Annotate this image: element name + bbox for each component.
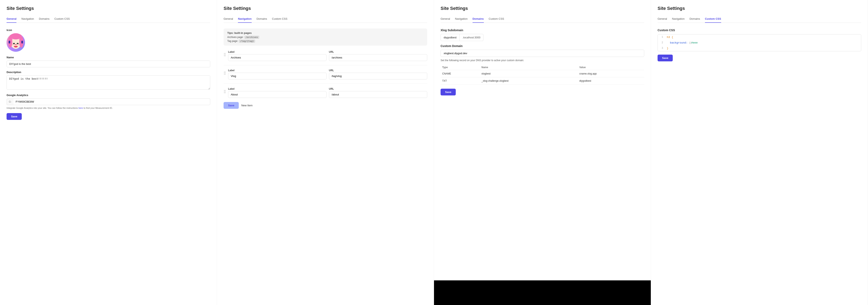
custom-domain-input[interactable] [440,50,644,57]
label-col-3: Label [228,87,327,90]
drag-handle-1[interactable]: ⣿ [223,51,226,56]
line-content-2: background: #eee [665,40,861,45]
custom-css-title: Site Settings [657,6,861,11]
drag-handle-2[interactable]: ⣿ [223,69,226,75]
line-num-1: 1 [658,35,665,39]
tab-general-dom[interactable]: General [440,16,450,23]
drag-handle-3[interactable]: ⣿ [223,87,226,93]
navigation-title: Site Settings [223,6,427,11]
general-title: Site Settings [6,6,210,11]
tab-navigation-dom[interactable]: Navigation [455,16,467,23]
domains-title: Site Settings [440,6,644,11]
tips-title: Tips: built-in pages [227,31,424,34]
description-field-label: Description [6,71,210,74]
tab-domains[interactable]: Domains [39,16,50,23]
ga-prefix: G- [6,98,13,105]
line-content-3: } [665,46,861,51]
dns-col-type: Type [440,65,480,70]
label-col-2: Label [228,69,327,72]
archives-tip-tag: /archives [244,36,259,39]
label-col-1: Label [228,51,327,53]
svg-point-7 [13,43,15,44]
new-item-button[interactable]: New Item [241,102,252,109]
tab-custom-css-nav[interactable]: Custom CSS [272,16,287,23]
tab-general-nav[interactable]: General [223,16,233,23]
navigation-btn-row: Save New Item [223,102,427,109]
dns-name-2: _xlog-challenge.xlogbest [480,78,578,85]
nav-item-3: ⣿ Label URL [223,87,427,98]
dns-record-1: CNAME xlogbest cname.xlog.app [440,70,644,78]
svg-rect-10 [14,45,18,46]
line-num-2: 2 [658,40,665,45]
css-code-editor[interactable]: 1 h3 { 2 background: #eee 3 } [657,34,861,51]
ga-field-label: Google Analytics [6,94,210,97]
url-col-2: URL [329,69,428,72]
css-save-button[interactable]: Save [657,55,673,61]
tab-general-css[interactable]: General [657,16,667,23]
dns-type-2: TXT [440,78,480,85]
svg-point-11 [11,44,14,45]
ga-input[interactable] [13,98,210,105]
tab-custom-css-css[interactable]: Custom CSS [705,16,721,23]
dns-type-1: CNAME [440,70,480,78]
tab-domains-dom[interactable]: Domains [472,16,484,23]
svg-rect-13 [9,41,10,43]
dns-col-value: Value [578,65,644,70]
dns-table: Type Name Value CNAME xlogbest cname.xlo… [440,65,644,85]
url-col-3: URL [329,87,428,90]
svg-point-12 [18,44,20,45]
css-section-label: Custom CSS [657,29,861,32]
archives-tip-label: Archives page: [227,36,244,38]
description-input[interactable]: DIYgod is the best!!!!!! [6,75,210,90]
avatar [6,33,25,52]
dns-hint: Set the following record on your DNS pro… [440,59,644,62]
name-field-label: Name [6,56,210,59]
general-save-button[interactable]: Save [6,113,22,120]
subdomain-suffix: .localhost:3000 [460,34,484,41]
nav-url-2[interactable] [329,73,428,80]
nav-label-1[interactable] [228,54,327,61]
tab-navigation-css[interactable]: Navigation [672,16,684,23]
line-num-3: 3 [658,46,665,51]
nav-item-1: ⣿ Label URL [223,51,427,61]
dns-value-1: cname.xlog.app [578,70,644,78]
navigation-save-button[interactable]: Save [223,102,239,109]
nav-label-3[interactable] [228,91,327,98]
dns-value-2: diygodbest [578,78,644,85]
ga-hint-link[interactable]: here [79,107,83,109]
nav-url-1[interactable] [329,54,428,61]
line-content-1: h3 { [665,35,861,40]
navigation-tabs: General Navigation Domains Custom CSS [223,16,427,23]
code-line-1: 1 h3 { [658,34,861,40]
subdomain-row: diygodbest .localhost:3000 [440,34,644,41]
xlog-subdomain-label: Xlog Subdomain [440,29,644,32]
avatar-svg [6,33,25,52]
ga-hint: Integrate Google Analytics into your sit… [6,106,210,110]
nav-url-3[interactable] [329,91,428,98]
tab-custom-css[interactable]: Custom CSS [54,16,70,23]
dns-record-2: TXT _xlog-challenge.xlogbest diygodbest [440,78,644,85]
svg-rect-14 [21,41,23,43]
navigation-panel: Site Settings General Navigation Domains… [217,0,434,305]
tab-navigation-nav[interactable]: Navigation [238,16,251,23]
tag-tip-tag: /tag/{tag} [239,40,255,43]
domains-save-button[interactable]: Save [440,89,456,95]
code-line-3: 3 } [658,45,861,51]
tab-domains-nav[interactable]: Domains [256,16,267,23]
domains-panel: Site Settings General Navigation Domains… [434,0,651,305]
code-line-2: 2 background: #eee [658,40,861,45]
nav-divider-1 [223,65,427,65]
tab-general[interactable]: General [6,16,17,23]
dns-name-1: xlogbest [480,70,578,78]
name-input[interactable] [6,61,210,67]
custom-domain-label: Custom Domain [440,44,644,48]
black-overlay [434,280,651,305]
tab-navigation[interactable]: Navigation [21,16,34,23]
tab-custom-css-dom[interactable]: Custom CSS [489,16,504,23]
general-panel: Site Settings General Navigation Domains… [0,0,217,305]
icon-label: Icon [6,29,210,32]
nav-label-2[interactable] [228,73,327,80]
tab-domains-css[interactable]: Domains [689,16,700,23]
svg-point-8 [17,43,19,44]
general-tabs: General Navigation Domains Custom CSS [6,16,210,23]
